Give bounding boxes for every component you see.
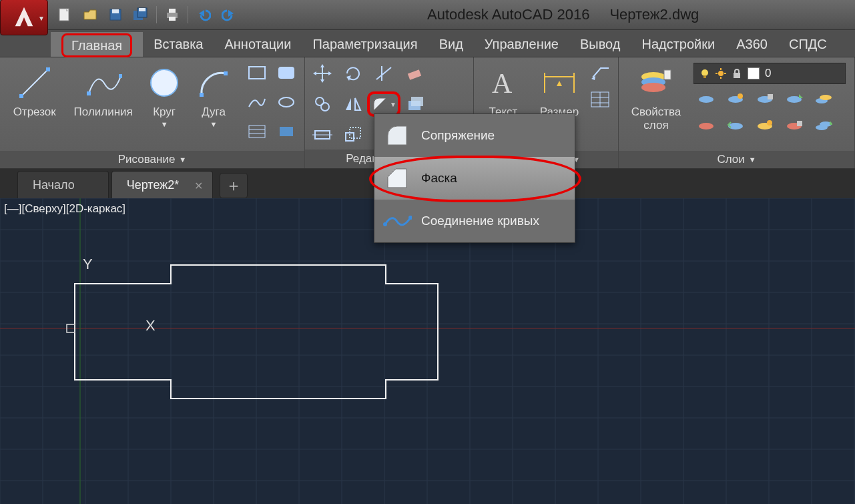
svg-rect-62 xyxy=(664,70,671,79)
copy-icon[interactable] xyxy=(309,91,336,117)
x-axis-label: X xyxy=(146,317,156,334)
svg-line-32 xyxy=(376,67,391,79)
circle-button[interactable]: Круг ▼ xyxy=(141,60,187,151)
print-icon[interactable] xyxy=(162,4,183,25)
svg-point-71 xyxy=(699,96,714,103)
erase-icon[interactable] xyxy=(401,60,428,87)
fillet-icon xyxy=(382,121,412,150)
flyout-fillet-label: Сопряжение xyxy=(421,128,495,143)
layer-make-current-icon[interactable] xyxy=(811,88,836,111)
rotate-icon[interactable] xyxy=(340,60,366,87)
panel-layers: Свойства слоя 0 xyxy=(619,57,855,168)
close-icon[interactable]: ✕ xyxy=(194,180,203,192)
flyout-chamfer[interactable]: Фаска xyxy=(374,157,575,200)
open-file-icon[interactable] xyxy=(79,4,101,25)
svg-rect-23 xyxy=(249,125,265,138)
svg-marker-53 xyxy=(557,81,562,86)
chevron-down-icon: ▼ xyxy=(38,15,45,22)
svg-marker-29 xyxy=(313,71,316,75)
svg-rect-21 xyxy=(278,67,294,79)
draw-small-tools xyxy=(244,60,300,146)
layer-unlock-icon[interactable] xyxy=(782,115,807,138)
rectangle-icon[interactable] xyxy=(244,60,270,85)
undo-icon[interactable] xyxy=(193,4,214,25)
svg-rect-75 xyxy=(768,94,773,99)
chevron-down-icon: ▼ xyxy=(210,120,218,128)
tab-spds[interactable]: СПДС xyxy=(778,32,838,57)
panel-layers-title[interactable]: Слои▼ xyxy=(619,151,854,168)
layer-off-icon[interactable] xyxy=(693,88,719,111)
hatch-icon[interactable] xyxy=(244,119,270,144)
svg-rect-20 xyxy=(249,67,265,79)
tab-annotate[interactable]: Аннотации xyxy=(214,32,302,57)
tab-insert[interactable]: Вставка xyxy=(143,32,214,57)
svg-point-36 xyxy=(321,103,329,111)
tab-start[interactable]: Начало xyxy=(17,171,109,198)
tab-output[interactable]: Вывод xyxy=(569,32,631,57)
layer-match-icon[interactable] xyxy=(782,88,807,111)
svg-marker-38 xyxy=(355,98,360,110)
point-icon[interactable] xyxy=(274,119,299,144)
table-icon[interactable] xyxy=(590,91,614,115)
flyout-fillet[interactable]: Сопряжение xyxy=(374,114,575,157)
chevron-down-icon: ▼ xyxy=(749,156,756,164)
leader-icon[interactable] xyxy=(590,63,614,87)
svg-rect-40 xyxy=(411,97,423,106)
line-button[interactable]: Отрезок xyxy=(4,60,65,151)
tab-a360[interactable]: A360 xyxy=(726,32,778,57)
title-bar: Autodesk AutoCAD 2016 Чертеж2.dwg xyxy=(427,0,855,29)
ribbon-tabs: Главная Вставка Аннотации Параметризация… xyxy=(0,30,855,57)
save-as-icon[interactable] xyxy=(130,4,152,25)
flyout-blend-label: Соединение кривых xyxy=(421,214,539,228)
tab-parametric[interactable]: Параметризация xyxy=(302,32,428,57)
new-tab-button[interactable]: ＋ xyxy=(220,173,248,198)
app-menu-button[interactable]: ▼ xyxy=(0,0,48,35)
revcloud-icon[interactable] xyxy=(274,60,299,85)
layer-freeze-icon[interactable] xyxy=(723,88,748,111)
svg-rect-14 xyxy=(46,67,50,71)
tab-home[interactable]: Главная xyxy=(51,32,143,57)
svg-marker-88 xyxy=(830,121,832,125)
chevron-down-icon: ▼ xyxy=(390,101,396,108)
layer-isolate-icon[interactable] xyxy=(693,115,719,138)
spline-icon[interactable] xyxy=(244,89,270,115)
polyline-button[interactable]: Полилиния xyxy=(67,60,139,151)
tab-file[interactable]: Чертеж2* ✕ xyxy=(111,171,214,198)
svg-rect-18 xyxy=(200,93,204,97)
panel-draw-title[interactable]: Рисование▼ xyxy=(0,151,304,168)
new-file-icon[interactable] xyxy=(54,4,75,25)
stretch-icon[interactable] xyxy=(309,121,336,148)
tab-addins[interactable]: Надстройки xyxy=(631,32,726,57)
layer-thaw-icon[interactable] xyxy=(752,115,778,138)
drawing-viewport[interactable]: [—][Сверху][2D-каркас] Y X xyxy=(0,198,855,504)
tab-view[interactable]: Вид xyxy=(429,32,474,57)
tab-manage[interactable]: Управление xyxy=(474,32,569,57)
svg-rect-34 xyxy=(408,69,421,80)
svg-point-22 xyxy=(279,97,294,107)
polyline-label: Полилиния xyxy=(74,105,133,119)
viewport-label[interactable]: [—][Сверху][2D-каркас] xyxy=(4,202,125,216)
redo-icon[interactable] xyxy=(218,4,240,25)
layer-properties-button[interactable]: Свойства слоя xyxy=(623,60,689,151)
arc-button[interactable]: Дуга ▼ xyxy=(190,60,238,151)
scale-icon[interactable] xyxy=(340,121,366,148)
lock-icon xyxy=(732,68,742,79)
svg-marker-30 xyxy=(328,71,332,75)
trim-icon[interactable] xyxy=(370,60,397,87)
svg-point-61 xyxy=(641,83,665,92)
save-icon[interactable] xyxy=(105,4,126,25)
mirror-icon[interactable] xyxy=(340,91,366,117)
layer-lock-icon[interactable] xyxy=(752,88,778,111)
flyout-blend[interactable]: Соединение кривых xyxy=(374,200,575,242)
layer-previous-icon[interactable] xyxy=(723,115,748,138)
svg-point-63 xyxy=(701,69,708,76)
layer-walk-icon[interactable] xyxy=(811,115,836,138)
svg-rect-3 xyxy=(112,9,119,13)
ellipse-icon[interactable] xyxy=(274,89,299,115)
move-icon[interactable] xyxy=(309,60,336,87)
blend-curves-icon xyxy=(382,206,412,236)
svg-rect-15 xyxy=(87,91,91,95)
chevron-down-icon: ▼ xyxy=(161,120,168,128)
line-label: Отрезок xyxy=(13,105,56,119)
current-layer-combo[interactable]: 0 xyxy=(693,63,846,84)
